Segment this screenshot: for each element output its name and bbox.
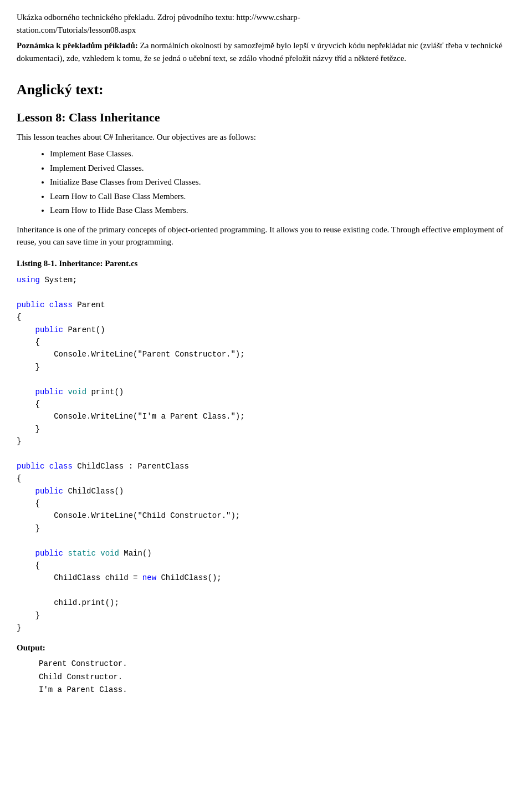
list-item: Initialize Base Classes from Derived Cla… bbox=[50, 176, 515, 189]
kw-public5: public bbox=[35, 487, 63, 496]
list-item: Implement Derived Classes. bbox=[50, 162, 515, 175]
kw-public3: public bbox=[35, 388, 63, 396]
intro-note-label: Poznámka k překladům příkladů: bbox=[17, 41, 138, 50]
inheritance-para: Inheritance is one of the primary concep… bbox=[17, 223, 515, 248]
kw-void1: void bbox=[68, 388, 86, 396]
kw-public1: public bbox=[17, 301, 44, 309]
listing-heading: Listing 8-1. Inheritance: Parent.cs bbox=[17, 257, 515, 270]
output-block: Parent Constructor. Child Constructor. I… bbox=[39, 658, 515, 697]
kw-public6: public bbox=[35, 549, 63, 558]
kw-public2: public bbox=[35, 325, 63, 334]
intro-note: Poznámka k překladům příkladů: Za normál… bbox=[17, 39, 515, 65]
kw-static: static bbox=[68, 549, 95, 558]
lesson-title: Lesson 8: Class Inheritance bbox=[17, 108, 515, 126]
list-item: Implement Base Classes. bbox=[50, 147, 515, 160]
output-label: Output: bbox=[17, 642, 515, 654]
kw-void2: void bbox=[100, 549, 119, 558]
kw-using: using bbox=[17, 276, 40, 284]
kw-new: new bbox=[142, 573, 156, 582]
kw-class2: class bbox=[49, 462, 73, 471]
section-heading: Anglický text: bbox=[17, 79, 515, 100]
kw-public4: public bbox=[17, 462, 44, 471]
intro-title: Ukázka odborného technického překladu. Z… bbox=[17, 11, 515, 36]
intro-section: Ukázka odborného technického překladu. Z… bbox=[17, 11, 515, 65]
objectives-list: Implement Base Classes. Implement Derive… bbox=[50, 147, 515, 217]
list-item: Learn How to Hide Base Class Members. bbox=[50, 204, 515, 217]
lesson-intro: This lesson teaches about C# Inheritance… bbox=[17, 131, 515, 144]
list-item: Learn How to Call Base Class Members. bbox=[50, 190, 515, 203]
kw-class1: class bbox=[49, 301, 73, 309]
code-block: using System; public class Parent { publ… bbox=[17, 274, 515, 634]
